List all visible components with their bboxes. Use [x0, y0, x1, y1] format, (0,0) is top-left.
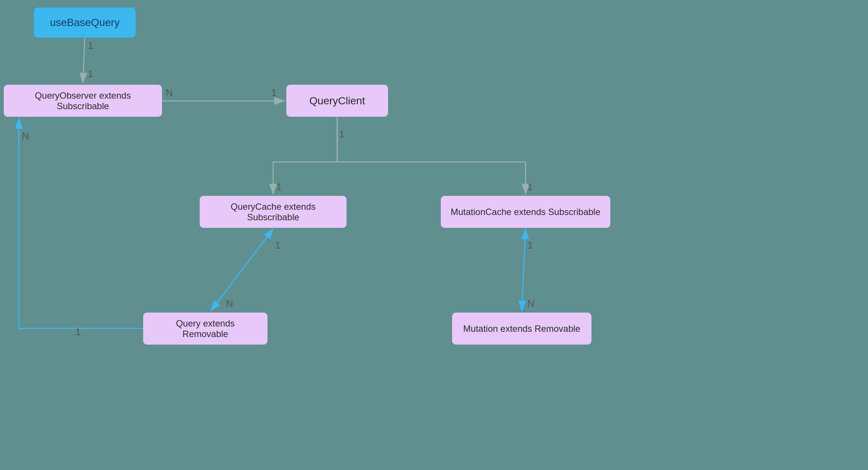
diagram-container: 1 1 N 1 1 1 1 1 N: [0, 0, 868, 470]
svg-text:N: N: [527, 298, 535, 309]
svg-line-12: [211, 229, 273, 311]
svg-text:1: 1: [527, 240, 533, 251]
node-mutation-cache: MutationCache extends Subscribable: [441, 196, 610, 228]
node-query: Query extends Removable: [143, 313, 267, 345]
svg-text:1: 1: [527, 181, 533, 192]
svg-text:N: N: [226, 298, 233, 309]
node-mutation: Mutation extends Removable: [452, 313, 591, 345]
svg-line-3: [83, 38, 85, 83]
svg-text:N: N: [166, 87, 173, 98]
svg-text:1: 1: [339, 128, 344, 140]
svg-text:1: 1: [276, 181, 281, 192]
node-query-client: QueryClient: [286, 85, 388, 117]
svg-line-15: [522, 229, 526, 311]
svg-text:1: 1: [88, 40, 93, 51]
svg-text:1: 1: [275, 240, 280, 251]
node-use-base-query: useBaseQuery: [34, 8, 136, 38]
svg-text:1: 1: [271, 87, 277, 98]
svg-text:1: 1: [75, 326, 81, 337]
svg-text:1: 1: [88, 68, 93, 79]
svg-text:N: N: [22, 130, 29, 142]
diagram-arrows: 1 1 N 1 1 1 1 1 N: [0, 0, 868, 470]
node-query-cache: QueryCache extends Subscribable: [200, 196, 347, 228]
node-query-observer: QueryObserver extends Subscribable: [4, 85, 162, 117]
